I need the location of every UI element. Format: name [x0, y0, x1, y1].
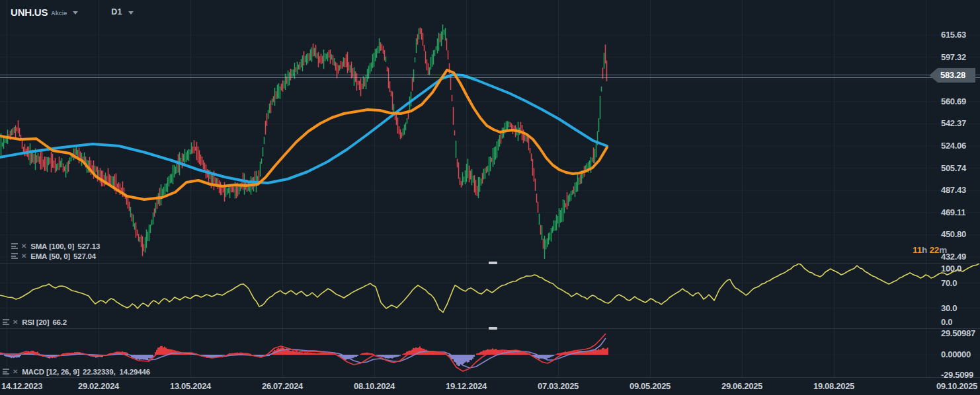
indicator-settings-icon[interactable] [3, 368, 9, 376]
rsi-axis-label: 100.0 [941, 264, 961, 273]
symbol-selector[interactable]: UNH.US Akcie [11, 7, 78, 18]
indicator-name: MACD [22, 368, 44, 376]
macd-axis-label: 0.00000 [941, 350, 971, 359]
macd-axis-label: -29.5099 [941, 371, 973, 380]
date-axis-label: 07.03.2025 [515, 381, 601, 391]
indicator-remove-icon[interactable]: ✕ [21, 242, 26, 250]
instrument-type-label: Akcie [51, 10, 67, 17]
price-axis-label: 505.74 [941, 164, 966, 173]
indicator-params: [20] [36, 318, 50, 326]
candle-countdown-timer: 11h 22m [891, 245, 947, 255]
timer-minutes: 22 [930, 245, 940, 255]
price-axis-label: 524.06 [941, 141, 966, 151]
trading-platform: { "header": { "symbol": "UNH.US", "instr… [0, 0, 980, 395]
chart-canvas[interactable] [0, 0, 980, 395]
panel-resize-handle[interactable] [489, 327, 497, 330]
price-axis-label: 469.11 [941, 208, 965, 217]
indicator-settings-icon[interactable] [3, 318, 9, 326]
indicator-name: SMA [30, 242, 47, 250]
symbol-name: UNH.US [11, 7, 48, 18]
price-axis-label: 487.43 [941, 186, 966, 195]
price-axis-label: 450.80 [941, 230, 966, 239]
indicator-remove-icon[interactable]: ✕ [13, 318, 18, 326]
indicator-row-sma: ✕ SMA [100, 0] 527.13 [11, 242, 100, 250]
indicator-value: 527.04 [73, 252, 96, 260]
chart-header: UNH.US Akcie D1 [11, 6, 134, 18]
date-axis-label: 13.05.2024 [147, 381, 233, 391]
indicator-row-ema: ✕ EMA [50, 0] 527.04 [11, 252, 96, 260]
date-axis-label: 26.07.2024 [239, 381, 325, 391]
date-axis-label: 29.06.2025 [699, 381, 785, 391]
rsi-axis-label: 30.0 [941, 304, 957, 313]
current-price-tag: 583.28 [929, 68, 975, 83]
date-axis-label: 19.08.2025 [791, 381, 877, 391]
timer-hours-unit: h [922, 245, 930, 255]
chevron-down-icon [73, 11, 78, 15]
macd-axis-label: 29.50987 [941, 329, 975, 338]
timer-hours: 11 [913, 245, 922, 255]
panel-separator [0, 377, 980, 378]
indicator-settings-icon[interactable] [11, 252, 18, 260]
indicator-name: RSI [22, 318, 34, 326]
date-axis-label: 14.12.2023 [1, 381, 42, 391]
date-axis-label: 09.10.2025 [894, 381, 977, 391]
date-axis-label: 29.02.2024 [56, 381, 142, 391]
price-axis-label: 597.32 [941, 53, 966, 62]
price-axis-label: 542.37 [941, 119, 966, 128]
timeframe-selector[interactable]: D1 [78, 7, 133, 17]
rsi-axis-label: 0.0 [941, 318, 952, 327]
indicator-params: [50, 0] [49, 252, 70, 260]
rsi-axis-label: 70.0 [941, 279, 957, 288]
indicator-value: 66.2 [52, 318, 67, 326]
indicator-name: EMA [30, 252, 47, 260]
chevron-down-icon [128, 11, 134, 15]
indicator-remove-icon[interactable]: ✕ [13, 368, 18, 375]
price-axis-label: 432.49 [941, 252, 966, 262]
indicator-params: [100, 0] [49, 242, 74, 250]
price-axis-label: 615.63 [941, 30, 966, 40]
indicator-row-macd: ✕ MACD [12, 26, 9] 22.32339, 14.29446 [3, 367, 150, 376]
date-axis-label: 09.05.2025 [607, 381, 693, 391]
date-axis-label: 08.10.2024 [331, 381, 417, 391]
indicator-row-rsi: ✕ RSI [20] 66.2 [3, 318, 67, 326]
indicator-value: 22.32339, 14.29446 [83, 368, 150, 376]
indicator-remove-icon[interactable]: ✕ [21, 252, 26, 260]
price-axis-label: 560.69 [941, 97, 966, 106]
panel-resize-handle[interactable] [489, 262, 497, 264]
indicator-params: [12, 26, 9] [46, 368, 79, 376]
indicator-settings-icon[interactable] [11, 242, 18, 250]
date-axis-label: 19.12.2024 [423, 381, 509, 391]
indicator-value: 527.13 [77, 242, 100, 250]
timeframe-label: D1 [111, 7, 122, 17]
